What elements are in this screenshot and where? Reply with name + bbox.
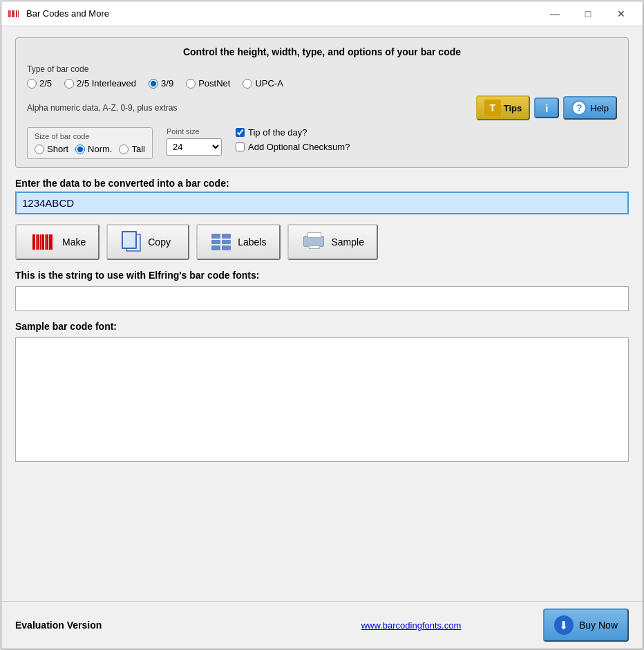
barcode-icon <box>29 232 57 252</box>
type-upca-label: UPC-A <box>255 78 283 89</box>
copy-front <box>122 231 137 249</box>
type-postnet-label: PostNet <box>198 78 230 89</box>
size-short-label: Short <box>47 144 68 154</box>
maximize-button[interactable]: □ <box>572 3 604 24</box>
input-label: Enter the data to be converted into a ba… <box>15 178 629 189</box>
type-39-label: 3/9 <box>161 78 173 89</box>
sample-label: Sample <box>332 236 364 248</box>
tips-icon: T <box>484 100 501 116</box>
printer-icon <box>301 232 326 252</box>
svg-rect-4 <box>16 10 17 17</box>
point-size-label: Point size <box>167 127 222 136</box>
type-postnet-radio[interactable] <box>186 79 196 89</box>
sample-font-label: Sample bar code font: <box>15 321 629 332</box>
barcode-type-row: 2/5 2/5 Interleaved 3/9 PostNet UPC-A <box>27 78 617 89</box>
output-section: This is the string to use with Elfring's… <box>15 270 629 311</box>
size-short[interactable]: Short <box>35 144 68 154</box>
copy-label: Copy <box>148 236 171 248</box>
type-25-radio[interactable] <box>27 79 37 89</box>
buy-label: Buy Now <box>579 620 618 631</box>
main-content: Control the height, width, type, and opt… <box>1 26 643 601</box>
control-panel: Control the height, width, type, and opt… <box>15 37 629 168</box>
action-buttons: Make Copy Labels <box>15 224 629 260</box>
svg-rect-1 <box>10 10 11 17</box>
svg-rect-2 <box>12 10 14 17</box>
tips-label: Tips <box>504 103 522 113</box>
output-box <box>15 286 629 311</box>
sample-font-box <box>15 337 629 462</box>
printer-body <box>303 236 324 247</box>
type-25i[interactable]: 2/5 Interleaved <box>64 78 136 89</box>
sample-font-section: Sample bar code font: <box>15 321 629 462</box>
button-group: T Tips i ? Help <box>476 95 617 120</box>
type-postnet[interactable]: PostNet <box>186 78 230 89</box>
info-button[interactable]: i <box>534 98 559 118</box>
help-icon: ? <box>571 100 587 115</box>
type-25i-label: 2/5 Interleaved <box>77 78 136 89</box>
input-section: Enter the data to be converted into a ba… <box>15 178 629 214</box>
svg-rect-3 <box>15 10 15 17</box>
alpha-text: Alpha numeric data, A-Z, 0-9, plus extra… <box>27 103 177 113</box>
optional-checksum-item[interactable]: Add Optional Checksum? <box>236 142 350 152</box>
size-group: Size of bar code Short Norm. Tall <box>27 127 153 159</box>
type-25-label: 2/5 <box>39 78 52 89</box>
copy-icon <box>120 231 142 253</box>
copy-button[interactable]: Copy <box>106 224 189 260</box>
labels-label: Labels <box>238 236 266 248</box>
svg-rect-0 <box>8 10 10 17</box>
help-label: Help <box>590 103 609 113</box>
svg-rect-5 <box>18 10 19 17</box>
panel-title: Control the height, width, type, and opt… <box>27 46 617 57</box>
size-label: Size of bar code <box>35 132 145 140</box>
barcode-type-label: Type of bar code <box>27 64 617 74</box>
middle-row: Alpha numeric data, A-Z, 0-9, plus extra… <box>27 95 617 120</box>
size-short-radio[interactable] <box>35 145 44 154</box>
type-39-radio[interactable] <box>149 79 158 89</box>
help-button[interactable]: ? Help <box>563 96 617 120</box>
titlebar: Bar Codes and More — □ ✕ <box>1 1 643 26</box>
sample-button[interactable]: Sample <box>287 224 378 260</box>
checkbox-group: Tip of the day? Add Optional Checksum? <box>236 127 350 152</box>
tip-of-day-checkbox[interactable] <box>236 128 245 137</box>
tip-of-day-item[interactable]: Tip of the day? <box>236 127 350 138</box>
window-controls: — □ ✕ <box>539 3 637 24</box>
info-icon: i <box>545 102 548 114</box>
footer: Evaluation Version www.barcodingfonts.co… <box>1 601 643 649</box>
make-label: Make <box>62 236 86 248</box>
data-input[interactable] <box>15 192 629 214</box>
barcode-lines-icon <box>32 234 53 250</box>
download-icon: ⬇ <box>554 615 574 635</box>
point-size-select[interactable]: 24 8101214 16182022 26283236 4872 <box>167 138 222 156</box>
type-25i-radio[interactable] <box>64 79 74 89</box>
size-norm-label: Norm. <box>88 144 112 154</box>
website-link[interactable]: www.barcodingfonts.com <box>279 620 543 631</box>
type-39[interactable]: 3/9 <box>149 78 173 89</box>
type-upca-radio[interactable] <box>243 79 252 89</box>
size-radios: Short Norm. Tall <box>35 144 145 154</box>
buy-button[interactable]: ⬇ Buy Now <box>543 609 629 642</box>
printer-output <box>309 245 320 249</box>
close-button[interactable]: ✕ <box>605 3 637 24</box>
point-size-group: Point size 24 8101214 16182022 26283236 … <box>167 127 222 156</box>
size-norm-radio[interactable] <box>75 145 85 154</box>
tips-button[interactable]: T Tips <box>476 95 531 120</box>
labels-icon <box>210 232 232 252</box>
app-window: Bar Codes and More — □ ✕ Control the hei… <box>1 1 643 649</box>
size-tall[interactable]: Tall <box>119 144 145 154</box>
optional-checksum-checkbox[interactable] <box>236 142 245 151</box>
size-tall-radio[interactable] <box>119 145 129 154</box>
make-button[interactable]: Make <box>15 224 100 260</box>
size-tall-label: Tall <box>131 144 145 154</box>
output-label: This is the string to use with Elfring's… <box>15 270 629 281</box>
minimize-button[interactable]: — <box>539 3 571 24</box>
size-norm[interactable]: Norm. <box>75 144 112 154</box>
optional-checksum-label: Add Optional Checksum? <box>248 142 350 152</box>
app-icon <box>7 7 21 21</box>
window-title: Bar Codes and More <box>26 8 539 19</box>
tip-of-day-label: Tip of the day? <box>248 127 307 138</box>
eval-text: Evaluation Version <box>15 620 279 631</box>
labels-button[interactable]: Labels <box>196 224 280 260</box>
type-25[interactable]: 2/5 <box>27 78 52 89</box>
bottom-options: Size of bar code Short Norm. Tall <box>27 127 617 159</box>
type-upca[interactable]: UPC-A <box>243 78 283 89</box>
